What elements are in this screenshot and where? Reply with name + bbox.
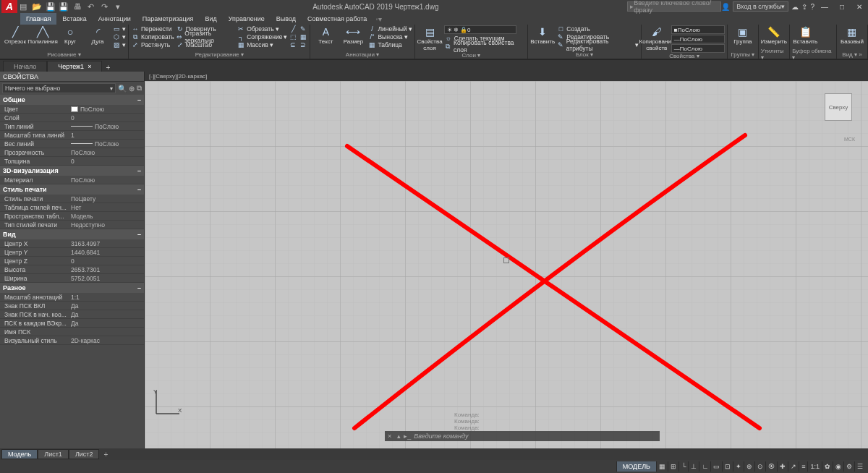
prop-row[interactable]: Масштаб аннотаций1:1 [0, 293, 144, 302]
prop-row[interactable]: Масштаб типа линий1 [0, 131, 144, 140]
help-search-input[interactable]: ▸ Введите ключевое слово/фразу [627, 1, 721, 12]
draw-extra-3[interactable]: ▨▾ [112, 41, 126, 48]
quickselect-icon[interactable]: 🔍 [118, 85, 127, 93]
lt-select[interactable]: — ПоСлою [671, 44, 725, 53]
cmdline-close-icon[interactable]: × [385, 432, 394, 440]
status-toggle-17[interactable]: ⚙ [843, 461, 854, 472]
exchange-icon[interactable]: ☁ [791, 3, 799, 11]
tab-parametric[interactable]: Параметризация [137, 13, 200, 25]
prop-row[interactable]: ПрозрачностьПоСлою [0, 148, 144, 157]
qat-redo-icon[interactable]: ↷ [99, 2, 111, 12]
layout-add-button[interactable]: + [99, 451, 112, 459]
prop-row[interactable]: Центр X3163.4997 [0, 239, 144, 248]
baseview-button[interactable]: ▦Базовый [839, 25, 865, 45]
qat-undo-icon[interactable]: ↶ [85, 2, 97, 12]
tab-view[interactable]: Вид [199, 13, 222, 25]
prop-row[interactable]: Толщина0 [0, 157, 144, 166]
dim-button[interactable]: ⟷Размер [340, 25, 366, 45]
prop-row[interactable]: Таблица стилей печ...Нет [0, 203, 144, 212]
arc-button[interactable]: ◜Дуга [85, 25, 111, 45]
fillet-button[interactable]: ┐Сопряжение ▾ [237, 33, 287, 41]
app-logo[interactable]: A [1, 0, 17, 13]
layout-model[interactable]: Модель [1, 449, 38, 459]
create-block-button[interactable]: □Создать [556, 25, 638, 33]
move-button[interactable]: ↔Перенести [131, 25, 174, 33]
prop-row[interactable]: Тип стилей печатиНедоступно [0, 221, 144, 229]
qat-new-icon[interactable]: ▤ [17, 2, 29, 12]
maximize-button[interactable]: □ [835, 3, 849, 11]
prop-row[interactable]: Имя ПСК [0, 328, 144, 336]
panel-block-label[interactable]: Блок ▾ [530, 50, 639, 59]
command-line[interactable]: × ▴ ▸_ Введите команду [385, 431, 660, 441]
prop-category[interactable]: Разное [0, 283, 144, 293]
draw-extra-1[interactable]: ▭▾ [112, 25, 126, 33]
status-toggle-15[interactable]: ✿ [822, 461, 833, 472]
table-button[interactable]: ▦Таблица [367, 41, 412, 48]
panel-view-label[interactable]: Вид ▾ » [839, 50, 865, 59]
status-toggle-9[interactable]: ⊙ [754, 461, 765, 472]
layout-sheet1[interactable]: Лист1 [38, 449, 69, 459]
mirror-button[interactable]: ⇔Отразить зеркально [176, 33, 235, 41]
status-toggle-10[interactable]: ⦿ [765, 461, 777, 472]
user-icon[interactable]: 👤 [721, 3, 730, 11]
help-icon[interactable]: ? [810, 3, 814, 11]
doctab-close-icon[interactable]: × [88, 63, 91, 70]
matchprops-button[interactable]: 🖌Копирование свойств [644, 25, 670, 51]
prop-row[interactable]: Ширина5752.0051 [0, 274, 144, 283]
prop-row[interactable]: Пространство табл...Модель [0, 212, 144, 221]
cmdline-input[interactable]: Введите команду [411, 432, 660, 440]
panel-clip-label[interactable]: Буфер обмена ▾ [792, 50, 834, 59]
panel-props-label[interactable]: Свойства ▾ [644, 53, 725, 59]
edit-attr-button[interactable]: ✎Редактировать атрибуты ▾ [556, 41, 638, 48]
edit-extra-2[interactable]: ⬚▦ [289, 33, 307, 41]
prop-category[interactable]: 3D-визуализация [0, 166, 144, 176]
doctab-add-button[interactable]: + [102, 64, 114, 72]
prop-row[interactable]: ПСК в каждом ВЭкр...Да [0, 319, 144, 328]
edit-extra-1[interactable]: ╱✎ [289, 25, 307, 33]
polyline-button[interactable]: ╱╲Полилиния [30, 25, 56, 45]
tab-manage[interactable]: Управление [223, 13, 271, 25]
close-button[interactable]: ✕ [852, 3, 867, 11]
tab-insert[interactable]: Вставка [56, 13, 92, 25]
circle-button[interactable]: ○Круг [57, 25, 83, 45]
prop-row[interactable]: МатериалПоСлою [0, 176, 144, 184]
status-toggle-16[interactable]: ◉ [833, 461, 843, 472]
toggle-pickadd-icon[interactable]: ⧉ [137, 84, 142, 93]
copy-layerprops-button[interactable]: ⧉Копировать свойства слоя [444, 43, 525, 50]
panel-draw-label[interactable]: Рисование ▾ [2, 50, 126, 59]
prop-category[interactable]: Стиль печати [0, 184, 144, 195]
prop-row[interactable]: Центр Y1440.6841 [0, 248, 144, 257]
prop-row[interactable]: ЦветПоСлою [0, 105, 144, 114]
pickset-icon[interactable]: ⊕ [129, 85, 135, 93]
status-toggle-12[interactable]: ↗ [788, 461, 799, 472]
prop-row[interactable]: Визуальный стиль2D-каркас [0, 336, 144, 345]
prop-row[interactable]: Слой0 [0, 114, 144, 122]
trim-button[interactable]: ✂Обрезать ▾ [237, 25, 287, 33]
status-toggle-4[interactable]: ∟ [699, 461, 710, 472]
prop-row[interactable]: Вес линийПоСлою [0, 140, 144, 148]
prop-row[interactable]: Знак ПСК в нач. коо...Да [0, 310, 144, 319]
panel-edit-label[interactable]: Редактирование ▾ [131, 50, 307, 59]
panel-layers-label[interactable]: Слои ▾ [417, 51, 526, 59]
prop-row[interactable]: Высота2653.7301 [0, 265, 144, 274]
status-toggle-14[interactable]: 1:1 [807, 461, 822, 472]
status-toggle-13[interactable]: ≡ [799, 461, 807, 472]
layout-sheet2[interactable]: Лист2 [69, 449, 100, 459]
leader-button[interactable]: /°Выноска ▾ [367, 33, 412, 41]
tab-main[interactable]: Главная [20, 13, 56, 25]
prop-row[interactable]: Знак ПСК ВКЛДа [0, 302, 144, 310]
prop-category[interactable]: Общие [0, 95, 144, 105]
text-button[interactable]: AТекст [312, 25, 339, 45]
status-toggle-6[interactable]: ⊡ [722, 461, 733, 472]
copy-button[interactable]: ⧉Копировать [131, 33, 174, 41]
prop-row[interactable]: Тип линийПоСлою [0, 122, 144, 131]
layer-select[interactable]: ☀ ❄ 🔒 0 [444, 25, 516, 34]
panel-groups-label[interactable]: Группы ▾ [730, 50, 756, 59]
properties-selection-combo[interactable]: Ничего не выбрано [2, 83, 116, 93]
edit-extra-3[interactable]: ⊆⊇ [289, 41, 307, 48]
tab-output[interactable]: Вывод [271, 13, 302, 25]
doctab-start[interactable]: Начало [3, 61, 47, 72]
tab-extras-icon[interactable]: ▫▾ [375, 15, 382, 23]
array-button[interactable]: ▦Массив ▾ [237, 41, 287, 48]
status-toggle-1[interactable]: ⊞ [668, 461, 678, 472]
